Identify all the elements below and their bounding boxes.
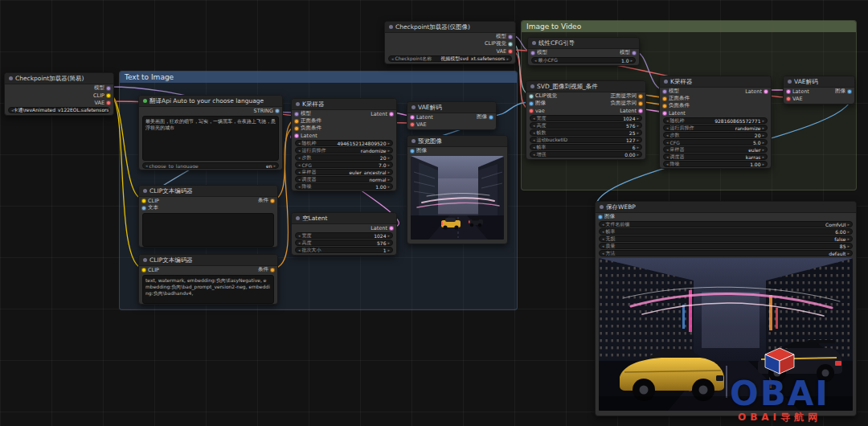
port-latent-input[interactable]: Latent (662, 110, 686, 117)
widget-min-cfg[interactable]: ◂最小CFG1.0▸ (531, 57, 636, 63)
stepper-left-icon[interactable]: ◂ (145, 164, 148, 168)
stepper-left-icon[interactable]: ◂ (298, 234, 301, 238)
port-clip-vision-input[interactable]: CLIP视觉 (529, 92, 557, 100)
node-title-bar[interactable]: Checkpoint加载器(简易) (5, 73, 113, 84)
port-model-output[interactable]: 模型 (94, 84, 111, 92)
port-model-input[interactable]: 模型 (530, 49, 547, 56)
node-title-bar[interactable]: K采样器 (660, 76, 771, 88)
widget-width[interactable]: ◂宽度1024▸ (295, 232, 393, 239)
stepper-right-icon[interactable]: ▸ (847, 244, 850, 248)
node-title-bar[interactable]: SVD_图像到视频_条件 (526, 81, 645, 92)
port-conditioning-output[interactable]: 条件 (258, 197, 275, 204)
stepper-left-icon[interactable]: ◂ (298, 170, 301, 174)
node-clip-text-encode-positive[interactable]: CLIP文本编码器 CLIP 条件 文本 (138, 185, 278, 248)
node-title-bar[interactable]: 翻译Api Auto to your choose language (139, 96, 282, 107)
widget-fps[interactable]: ◂帧率6▸ (530, 144, 642, 150)
prompt-textarea[interactable]: text, watermark, embedding:负向\EasyNegati… (142, 275, 274, 304)
port-vae-input[interactable]: vae (529, 108, 545, 114)
widget-scheduler[interactable]: ◂调度器karras▸ (663, 154, 768, 160)
stepper-left-icon[interactable]: ◂ (666, 119, 669, 123)
port-negative-input[interactable]: 负面条件 (662, 102, 690, 109)
prompt-textarea[interactable] (142, 213, 274, 247)
node-title-bar[interactable]: CLIP文本编码器 (139, 255, 277, 266)
stepper-left-icon[interactable]: ◂ (666, 126, 669, 130)
node-svd-img2vid-conditioning[interactable]: SVD_图像到视频_条件 CLIP视觉 正面提示词 图像 负面提示词 vae L… (526, 80, 646, 160)
stepper-right-icon[interactable]: ▸ (630, 59, 633, 63)
stepper-left-icon[interactable]: ◂ (666, 162, 669, 166)
widget-batch-size[interactable]: ◂批次大小1▸ (295, 247, 393, 253)
widget-denoise[interactable]: ◂降噪1.00▸ (663, 161, 768, 167)
widget-control-after-generate[interactable]: ◂运行后操作randomize▸ (295, 147, 393, 154)
stepper-right-icon[interactable]: ▸ (762, 119, 764, 123)
widget-frames[interactable]: ◂帧数25▸ (530, 129, 642, 136)
node-editor-canvas[interactable]: Text to Image Image to Video Checkpoint加… (0, 0, 868, 426)
node-title-bar[interactable]: Checkpoint加载器(仅图像) (385, 22, 515, 33)
node-title-bar[interactable]: 线性CFG引导 (528, 38, 639, 49)
node-title-bar[interactable]: VAE解码 (407, 102, 496, 113)
port-image-output[interactable]: 图像 (477, 113, 493, 121)
stepper-right-icon[interactable]: ▸ (637, 153, 639, 157)
widget-cfg[interactable]: ◂CFG5.0▸ (663, 139, 768, 145)
widget-method[interactable]: ◂方法default▸ (599, 250, 853, 256)
node-clip-text-encode-negative[interactable]: CLIP文本编码器 CLIP 条件 text, watermark, embed… (138, 254, 278, 305)
stepper-left-icon[interactable]: ◂ (533, 145, 535, 150)
node-checkpoint-loader-simple[interactable]: Checkpoint加载器(简易) 模型 CLIP VAE ◂卡通\revAni… (4, 72, 114, 116)
node-title-bar[interactable]: K采样器 (292, 99, 396, 110)
stepper-right-icon[interactable]: ▸ (847, 223, 850, 227)
port-vae-input[interactable]: VAE (786, 96, 803, 102)
stepper-left-icon[interactable]: ◂ (534, 59, 537, 63)
stepper-right-icon[interactable]: ▸ (637, 124, 639, 128)
node-ksampler-2[interactable]: K采样器 模型 Latent 正面条件 负面条件 Latent ◂随机种9281… (659, 76, 772, 169)
widget-height[interactable]: ◂高度576▸ (295, 240, 393, 246)
node-preview-image[interactable]: 预览图像 图像 (407, 135, 508, 244)
widget-sampler[interactable]: ◂采样器euler_ancestral▸ (295, 169, 393, 175)
stepper-right-icon[interactable]: ▸ (637, 131, 639, 135)
widget-motion-bucket-id[interactable]: ◂运动bucketID127▸ (530, 137, 642, 143)
node-title-bar[interactable]: CLIP文本编码器 (139, 186, 277, 197)
stepper-right-icon[interactable]: ▸ (762, 126, 764, 130)
stepper-right-icon[interactable]: ▸ (387, 163, 390, 167)
widget-height[interactable]: ◂高度576▸ (530, 122, 642, 129)
widget-seed[interactable]: ◂随机种4946152124809520▸ (295, 140, 393, 146)
stepper-right-icon[interactable]: ▸ (762, 155, 764, 159)
port-model-input[interactable]: 模型 (662, 88, 679, 95)
port-latent-input[interactable]: Latent (294, 133, 317, 139)
widget-seed[interactable]: ◂随机种928160865572771▸ (663, 117, 768, 124)
port-positive-output[interactable]: 正面提示词 (611, 92, 644, 100)
port-negative-input[interactable]: 负面条件 (294, 125, 321, 132)
port-model-output[interactable]: 模型 (620, 49, 637, 56)
stepper-right-icon[interactable]: ▸ (847, 252, 850, 256)
stepper-left-icon[interactable]: ◂ (533, 117, 535, 121)
stepper-right-icon[interactable]: ▸ (637, 138, 639, 142)
stepper-left-icon[interactable]: ◂ (602, 244, 604, 248)
widget-checkpoint-name[interactable]: ◂卡通\revAnimated_v122EOL.safetensors▸ (8, 107, 110, 113)
node-ksampler-1[interactable]: K采样器 模型 Latent 正面条件 负面条件 Latent ◂随机种4946… (291, 98, 397, 191)
widget-augmentation[interactable]: ◂增强0.00▸ (530, 151, 642, 158)
node-linear-cfg-guidance[interactable]: 线性CFG引导 模型 模型 ◂最小CFG1.0▸ (527, 37, 640, 66)
widget-control-after-generate[interactable]: ◂运行后操作randomize▸ (663, 125, 768, 131)
stepper-left-icon[interactable]: ◂ (298, 248, 301, 252)
stepper-left-icon[interactable]: ◂ (666, 148, 669, 152)
widget-sampler[interactable]: ◂采样器euler▸ (663, 146, 768, 153)
stepper-right-icon[interactable]: ▸ (762, 148, 764, 152)
stepper-left-icon[interactable]: ◂ (602, 230, 604, 234)
port-latent-output[interactable]: Latent (620, 108, 643, 114)
widget-width[interactable]: ◂宽度1024▸ (530, 115, 642, 121)
stepper-left-icon[interactable]: ◂ (298, 241, 301, 245)
prompt-textarea[interactable]: 最美画面，狂欢的细节，写实，一辆黑车，在夜路上飞驰，悬浮很亮的城市 (142, 116, 279, 161)
stepper-right-icon[interactable]: ▸ (762, 141, 764, 145)
node-vae-decode-2[interactable]: VAE解码 Latent 图像 VAE (783, 76, 855, 104)
widget-fps[interactable]: ◂帧率6.00▸ (599, 228, 853, 235)
stepper-right-icon[interactable]: ▸ (637, 145, 639, 150)
preview-image-thumbnail[interactable] (411, 156, 504, 240)
port-vae-output[interactable]: VAE (496, 48, 513, 55)
node-title-bar[interactable]: 空Latent (292, 213, 396, 224)
stepper-right-icon[interactable]: ▸ (387, 248, 390, 252)
stepper-left-icon[interactable]: ◂ (298, 185, 301, 189)
stepper-right-icon[interactable]: ▸ (847, 230, 850, 234)
stepper-right-icon[interactable]: ▸ (762, 162, 764, 166)
stepper-right-icon[interactable]: ▸ (637, 117, 639, 121)
stepper-right-icon[interactable]: ▸ (762, 133, 764, 137)
stepper-left-icon[interactable]: ◂ (391, 57, 394, 61)
port-clip-vision-output[interactable]: CLIP视觉 (485, 40, 513, 47)
